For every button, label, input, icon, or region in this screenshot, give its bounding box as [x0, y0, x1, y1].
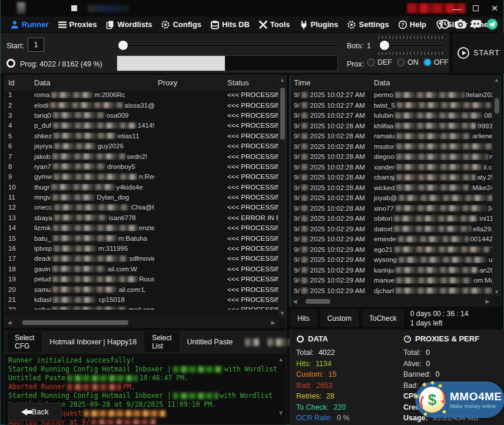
table-row[interactable]: 8ryan7dronboy5<<< PROCESSING [5, 162, 286, 172]
scroll-left-icon[interactable]: ◀ [290, 298, 300, 304]
table-row[interactable]: 9/2025 10:02:28 AMjoyab@023 [290, 193, 500, 204]
table-row[interactable]: 9/2025 10:02:28 AMkhlifaa999399 [290, 121, 500, 132]
table-row[interactable]: 12onecc:Chia@66<<< PROCESSING [5, 202, 286, 213]
radio-on[interactable] [397, 58, 405, 67]
table-row[interactable]: 4p_duf1414!<<< PROCESSING [5, 121, 286, 131]
menu-item-configs[interactable]: Configs [161, 20, 201, 29]
table-row[interactable]: 9/2025 10:02:27 AMtwist_5fi159 [290, 101, 500, 111]
menu-item-proxies[interactable]: Proxies [58, 20, 97, 29]
table-row[interactable]: 18gavinail.com:W<<< PROCESSING [5, 264, 286, 274]
scroll-thumb[interactable] [495, 98, 499, 114]
table-row[interactable]: 9/2025 10:02:29 AMmanueom:Murciano. [290, 275, 500, 286]
scroll-left-icon[interactable]: ◀ [5, 320, 14, 326]
table-row[interactable]: 9/2025 10:02:29 AMdatoxtella29.. [290, 224, 500, 235]
database-icon [210, 20, 220, 29]
start-slider[interactable] [118, 41, 337, 50]
scroll-right-icon[interactable]: ▶ [268, 320, 278, 326]
table-row[interactable]: 9/2025 10:02:28 AMramaluarlienello12 [290, 131, 500, 142]
redacted-text [397, 102, 490, 108]
table-row[interactable]: 7jakobsedn2!<<< PROCESSING [5, 151, 286, 161]
tab-custom[interactable]: Custom [320, 308, 359, 328]
history-icon[interactable] [438, 18, 451, 31]
scroll-down-icon[interactable]: ▼ [494, 288, 499, 296]
proxy-mode-on[interactable]: ON [397, 58, 419, 67]
menu-item-wordlists[interactable]: Wordlists [105, 20, 152, 29]
table-row[interactable]: 9/2025 10:02:29 AMego21Todoa100 [290, 245, 500, 255]
table-row[interactable]: 9/2025 10:02:28 AMxanderil.com:Huisvrc [290, 162, 500, 173]
minimize-button[interactable]: — [452, 3, 462, 14]
start-input[interactable] [28, 38, 44, 52]
table-row[interactable]: 9gymwn:Reefhel<<< PROCESSING [5, 172, 286, 182]
row-status: <<< PROCESSING [224, 153, 286, 160]
scroll-up-icon[interactable]: ▲ [494, 76, 499, 84]
table-row[interactable]: 17deadrsdfmovie<<< PROCESSING [5, 254, 286, 264]
table-row[interactable]: 9/2025 10:02:28 AMwicked:Mike2400$ [290, 183, 500, 194]
scroll-down-icon[interactable]: ▼ [280, 309, 285, 317]
scroll-up-icon[interactable]: ▲ [280, 76, 285, 84]
back-button[interactable]: Back [8, 403, 62, 421]
table-row[interactable]: 9/2025 10:02:28 AMcbarrajaty.2504 [290, 172, 500, 183]
redacted-text [301, 225, 309, 232]
table-row[interactable]: 9/2025 10:02:29 AMwysongug1 [290, 255, 500, 265]
table-row[interactable]: 9/2025 10:02:29 AMdjcharlcom:VioletAc [290, 286, 500, 297]
radio-def[interactable] [367, 58, 375, 67]
menu-item-settings[interactable]: Settings [347, 20, 389, 29]
camera-icon[interactable] [454, 18, 467, 31]
hits-horizontal-scrollbar[interactable]: ◀ ▶ [290, 297, 492, 306]
radio-off[interactable] [423, 58, 432, 67]
hits-vertical-scrollbar[interactable]: ▲ ▼ [492, 76, 500, 296]
table-row[interactable]: 3tariq0osa009<<< PROCESSING [5, 111, 286, 121]
table-row[interactable]: 9/2025 10:02:28 AMdiegoom:Duda!2019 [290, 152, 500, 162]
scroll-up-icon[interactable]: ▲ [278, 356, 284, 363]
menu-item-plugins[interactable]: Plugins [299, 20, 339, 29]
proxy-mode-off[interactable]: OFF [423, 58, 449, 67]
bots-slider-thumb[interactable] [380, 41, 389, 50]
table-row[interactable]: 9/2025 10:02:29 AMobitoriini1133! [290, 214, 500, 224]
proxy-mode-def[interactable]: DEF [367, 58, 392, 67]
checks-vertical-scrollbar[interactable]: ▲ ▼ [278, 76, 286, 317]
scroll-thumb[interactable] [306, 299, 330, 304]
table-row[interactable]: 13sbayaisanti778<<< ERROR IN BLO [5, 213, 286, 223]
maximize-button[interactable] [470, 3, 481, 14]
menu-item-help[interactable]: ?Help [398, 20, 426, 29]
table-row[interactable]: 9/2025 10:02:28 AMmsstor:3M$stores! [290, 142, 500, 152]
bots-slider[interactable] [377, 41, 446, 50]
table-row[interactable]: 21kdiaslcp15018<<< PROCESSING [5, 295, 286, 305]
back-arrow-icon [21, 409, 27, 416]
scroll-right-icon[interactable]: ▶ [483, 298, 492, 304]
menu-item-tools[interactable]: Tools [258, 20, 290, 29]
table-row[interactable]: 10thugry4kids4e<<< PROCESSING [5, 182, 286, 192]
telegram-icon[interactable] [486, 18, 499, 31]
menu-item-runner[interactable]: Runner [10, 20, 49, 29]
select-list-button[interactable]: Select List [145, 332, 178, 352]
scroll-down-icon[interactable]: ▼ [278, 410, 284, 416]
tab-hits[interactable]: Hits [290, 308, 317, 328]
menu-item-hits-db[interactable]: Hits DB [210, 20, 250, 29]
table-row[interactable]: 9/2025 10:02:28 AMxino7734. [290, 204, 500, 214]
checks-horizontal-scrollbar[interactable]: ◀ ▶ [5, 318, 278, 327]
table-row[interactable]: 9/2025 10:02:27 AMlulubin08S7g6l [290, 111, 500, 121]
table-row[interactable]: 6jayryaguy2026<<< PROCESSING [5, 141, 286, 151]
table-row[interactable]: 14lizmikenzie01!!<<< PROCESSING [5, 223, 286, 233]
table-row[interactable]: 9/2025 10:02:29 AMeminde001442007ET [290, 234, 500, 245]
table-row[interactable]: 5shkezetias11<<< PROCESSING [5, 131, 286, 141]
table-row[interactable]: 11mngvDylan_dog<<< PROCESSING [5, 192, 286, 202]
table-row[interactable]: 15batu_m:Batuha<<< PROCESSING [5, 233, 286, 243]
table-row[interactable]: 9/2025 10:02:29 AMkarinjuan2026 [290, 265, 500, 276]
table-row[interactable]: 9/2025 10:02:27 AMpermollelain2025@ [290, 90, 500, 101]
discord-icon[interactable] [470, 18, 483, 31]
close-button[interactable]: × [489, 3, 500, 14]
table-row[interactable]: 1romam:2006Rc<<< PROCESSING [5, 90, 286, 100]
scroll-thumb[interactable] [22, 320, 128, 325]
table-row[interactable]: 19peludRous1970<<< PROCESSING [5, 274, 286, 284]
start-slider-thumb[interactable] [118, 41, 128, 50]
scroll-thumb[interactable] [280, 88, 285, 140]
table-row[interactable]: 22callurmail.com<<< PROCESSING [5, 305, 286, 310]
table-row[interactable]: 16iptvspm:311995<<< PROCESSING [5, 244, 286, 254]
table-row[interactable]: 2elodiaissa31@<<< PROCESSING [5, 100, 286, 110]
start-button[interactable]: START [453, 33, 504, 73]
tab-tocheck[interactable]: ToCheck [362, 308, 404, 328]
table-row[interactable]: 20samuail.com:L<<< PROCESSING [5, 284, 286, 294]
progress-radio[interactable] [6, 59, 15, 68]
select-cfg-button[interactable]: Select CFG [8, 332, 41, 352]
